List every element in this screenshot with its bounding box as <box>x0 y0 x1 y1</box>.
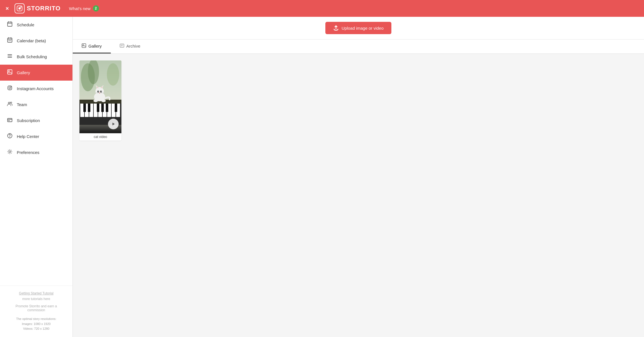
tab-archive[interactable]: Archive <box>111 39 149 53</box>
svg-point-21 <box>11 86 11 87</box>
svg-rect-49 <box>83 103 86 112</box>
svg-point-13 <box>10 40 11 41</box>
sidebar-nav: ScheduleCalendar (beta)Bulk SchedulingGa… <box>0 17 72 285</box>
sidebar-item-label-calendar: Calendar (beta) <box>17 38 46 43</box>
upload-bar: Upload image or video <box>73 17 644 39</box>
svg-rect-3 <box>8 22 12 26</box>
gallery-thumb-cat-video <box>79 60 121 133</box>
video-badge <box>108 119 119 129</box>
tab-label-gallery: Gallery <box>88 44 102 48</box>
sidebar-item-label-schedule: Schedule <box>17 22 34 27</box>
sidebar-footer: Getting Started Tutorial more tutorials … <box>0 285 72 337</box>
svg-point-38 <box>107 63 119 86</box>
archive-tab-icon <box>120 43 124 49</box>
upload-button-label: Upload image or video <box>342 26 384 31</box>
help-center-icon <box>7 133 13 140</box>
upload-button[interactable]: Upload image or video <box>325 22 391 34</box>
logo-text: STORRITO <box>27 5 61 12</box>
sidebar-item-bulk-scheduling[interactable]: Bulk Scheduling <box>0 49 72 65</box>
svg-point-31 <box>83 45 84 45</box>
team-icon <box>7 101 13 108</box>
svg-point-18 <box>8 71 10 72</box>
preferences-icon <box>7 149 13 156</box>
gallery-item-cat-video[interactable]: cat video <box>79 60 121 141</box>
resolution-info: The optimal story resolutions: Images: 1… <box>7 317 66 331</box>
sidebar-item-calendar[interactable]: Calendar (beta) <box>0 33 72 49</box>
sidebar-item-gallery[interactable]: Gallery <box>0 65 72 81</box>
svg-rect-32 <box>120 44 124 47</box>
tutorial-link[interactable]: Getting Started Tutorial <box>7 291 66 295</box>
svg-point-1 <box>18 7 21 10</box>
logo-icon <box>15 3 25 13</box>
svg-point-66 <box>99 92 100 93</box>
svg-point-2 <box>20 6 22 8</box>
svg-rect-53 <box>106 103 108 112</box>
gallery-grid: cat video <box>79 60 637 141</box>
svg-point-23 <box>10 102 12 104</box>
svg-rect-24 <box>8 118 12 122</box>
svg-point-12 <box>10 40 10 41</box>
svg-point-71 <box>93 99 98 102</box>
sidebar-item-label-instagram-accounts: Instagram Accounts <box>17 86 54 91</box>
gallery-item-label-cat-video: cat video <box>79 133 121 141</box>
calendar-icon <box>7 37 13 44</box>
content-area: Upload image or video GalleryArchive <box>73 17 644 337</box>
svg-rect-54 <box>115 103 117 112</box>
sidebar-item-label-gallery: Gallery <box>17 70 30 75</box>
promote-text[interactable]: Promote Storrito and earn a commission <box>7 304 66 312</box>
svg-rect-50 <box>88 103 90 112</box>
sidebar-item-preferences[interactable]: Preferences <box>0 144 72 160</box>
svg-point-57 <box>95 87 104 95</box>
sidebar-item-label-help-center: Help Center <box>17 134 39 139</box>
svg-point-20 <box>9 87 11 89</box>
tab-label-archive: Archive <box>126 44 140 48</box>
instagram-accounts-icon <box>7 85 13 92</box>
sidebar-item-instagram-accounts[interactable]: Instagram Accounts <box>0 81 72 97</box>
svg-rect-51 <box>97 103 99 112</box>
tabs-bar: GalleryArchive <box>73 39 644 54</box>
logo: STORRITO <box>15 3 61 13</box>
svg-point-72 <box>101 99 106 102</box>
subscription-icon <box>7 117 13 124</box>
whats-new-badge: 2 <box>93 5 99 11</box>
whats-new-button[interactable]: What's new 2 <box>69 5 99 11</box>
svg-rect-30 <box>82 44 86 48</box>
gallery-tab-icon <box>82 43 86 49</box>
tab-gallery[interactable]: Gallery <box>73 39 111 53</box>
svg-rect-7 <box>8 38 12 42</box>
bulk-scheduling-icon <box>7 53 13 60</box>
resolution-title: The optimal story resolutions: <box>7 317 66 322</box>
sidebar-item-team[interactable]: Team <box>0 97 72 113</box>
header: × STORRITO What's new 2 <box>0 0 644 17</box>
sidebar-item-subscription[interactable]: Subscription <box>0 113 72 128</box>
gallery-area: cat video <box>73 54 644 337</box>
gallery-icon <box>7 69 13 76</box>
sidebar-item-label-team: Team <box>17 102 27 107</box>
resolution-images: Images: 1080 x 1920 <box>7 322 66 327</box>
svg-point-65 <box>101 91 101 92</box>
upload-icon <box>333 25 339 31</box>
sidebar-item-label-preferences: Preferences <box>17 150 39 155</box>
sidebar: ScheduleCalendar (beta)Bulk SchedulingGa… <box>0 17 73 337</box>
svg-point-64 <box>98 91 98 92</box>
sidebar-item-help-center[interactable]: Help Center <box>0 128 72 144</box>
close-button[interactable]: × <box>6 5 9 12</box>
sidebar-item-schedule[interactable]: Schedule <box>0 17 72 33</box>
sidebar-item-label-subscription: Subscription <box>17 118 40 123</box>
svg-point-22 <box>8 102 10 104</box>
svg-rect-17 <box>8 70 12 74</box>
whats-new-label: What's new <box>69 6 91 11</box>
svg-point-29 <box>9 151 11 153</box>
svg-marker-73 <box>112 123 115 125</box>
main-layout: ScheduleCalendar (beta)Bulk SchedulingGa… <box>0 17 644 337</box>
svg-point-11 <box>8 40 9 41</box>
schedule-icon <box>7 21 13 28</box>
svg-rect-52 <box>101 103 104 112</box>
sidebar-item-label-bulk-scheduling: Bulk Scheduling <box>17 54 47 59</box>
resolution-videos: Videos: 720 x 1280 <box>7 326 66 331</box>
more-tutorials: more tutorials here <box>7 297 66 301</box>
svg-point-28 <box>10 136 10 137</box>
